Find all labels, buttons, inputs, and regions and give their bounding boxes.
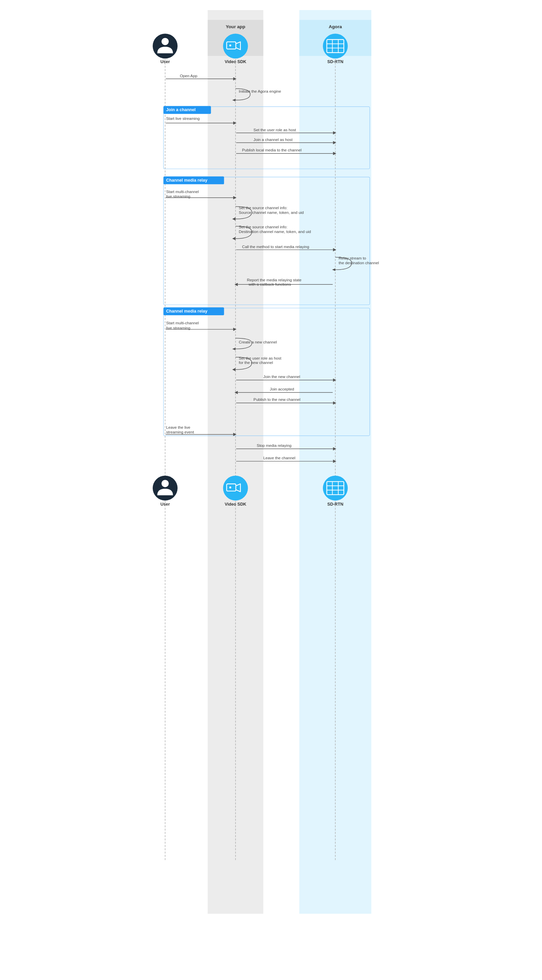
relay-stream-label-2: the destination channel [338, 261, 378, 265]
user-actor-top [153, 33, 177, 59]
video-sdk-label-bottom: Video SDK [224, 502, 246, 507]
channel-media-relay-2-label: Channel media relay [166, 309, 207, 313]
diagram-container: Your app Agora User Video SDK SD-RTN [135, 0, 407, 924]
relay-stream-label-1: Relay stream to [338, 256, 366, 260]
start-multichannel-2-label-1: Start multi-channel [166, 321, 198, 325]
join-channel-label: Join a channel [166, 107, 196, 112]
svg-point-33 [161, 480, 168, 487]
initiate-engine-label: Initiate the Agora engine [238, 89, 281, 93]
set-source-channel-label-1: Set the source channel info: [238, 205, 287, 210]
set-user-role-label: Set the user role as host [253, 127, 296, 132]
svg-point-6 [229, 44, 231, 46]
user-label-bottom: User [160, 502, 170, 507]
your-app-header: Your app [226, 24, 245, 29]
open-app-label: Open App [180, 73, 197, 78]
svg-point-35 [229, 487, 231, 488]
user-actor-bottom [153, 476, 177, 501]
agora-header: Agora [329, 24, 342, 29]
sequence-diagram: Your app Agora User Video SDK SD-RTN [139, 10, 404, 914]
stop-relay-label: Stop media relaying [257, 443, 291, 447]
leave-channel-label: Leave the channel [263, 456, 295, 460]
set-role-new-channel-label-2: for the new channel [238, 360, 273, 364]
join-channel-host-label: Join a channel as host [253, 137, 292, 142]
join-accepted-label: Join accepted [270, 387, 294, 391]
publish-local-media-label: Publish local media to the channel [242, 148, 301, 152]
leave-event-label-1: Leave the live [166, 425, 190, 430]
start-live-streaming-label: Start live streaming [166, 116, 199, 121]
leave-event-label-2: streaming event [166, 430, 194, 434]
start-multichannel-1-label-2: live streaming [166, 194, 190, 199]
publish-new-channel-label: Publish to the new channel [253, 397, 300, 401]
svg-point-4 [161, 38, 168, 45]
set-dest-channel-label-2: Destination channel name, token, and uid [238, 229, 311, 234]
start-multichannel-1-label-1: Start multi-channel [166, 189, 198, 194]
set-role-new-channel-label-1: Set the user role as host [238, 356, 281, 360]
start-multichannel-2-label-2: live streaming [166, 326, 190, 330]
create-channel-label: Create a new channel [238, 340, 277, 344]
channel-media-relay-1-label: Channel media relay [166, 178, 207, 183]
join-new-channel-label: Join the new channel [263, 374, 300, 379]
set-dest-channel-label-1: Set the source channel info: [238, 224, 287, 229]
report-relay-state-label-1: Report the media relaying state [247, 278, 301, 282]
set-source-channel-label-2: Source channel name, token, and uid [238, 210, 304, 215]
call-start-relay-label: Call the method to start media relaying [242, 244, 309, 249]
sd-rtn-label-bottom: SD-RTN [327, 502, 343, 507]
report-relay-state-label-2: with a callback functions [248, 282, 291, 286]
